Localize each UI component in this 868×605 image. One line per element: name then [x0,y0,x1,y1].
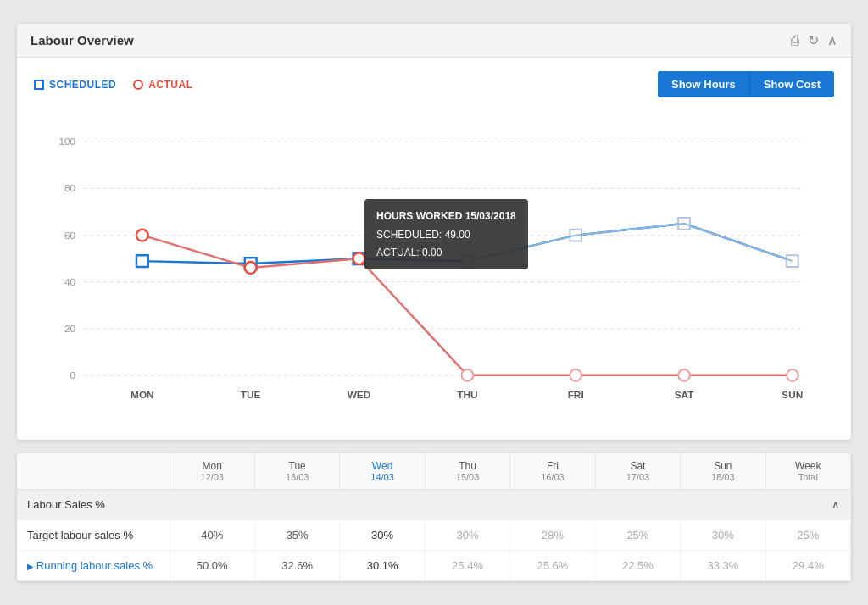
scheduled-label: SCHEDULED [49,79,116,91]
table-card: Mon12/03 Tue13/03 Wed14/03 Thu15/03 Fri1… [17,453,851,581]
svg-point-30 [570,369,581,381]
svg-point-28 [353,253,365,264]
section-collapse-icon[interactable]: ∧ [832,498,840,511]
row-label-target: Target labour sales % [17,520,170,551]
col-header-fri: Fri16/03 [510,453,595,490]
legend-scheduled: SCHEDULED [34,79,116,91]
collapse-icon[interactable]: ∧ [827,32,837,48]
running-label[interactable]: Running labour sales % [27,559,153,572]
actual-icon [133,80,143,90]
print-icon[interactable]: ⎙ [791,33,799,48]
svg-text:80: 80 [64,183,76,195]
show-hours-button[interactable]: Show Hours [658,71,750,97]
target-mon: 40% [170,520,254,551]
col-header-sun: Sun18/03 [681,453,765,490]
running-wed: 30.1% [340,551,425,581]
running-sun: 33.3% [681,551,765,581]
target-total: 25% [765,520,850,551]
show-toggle-group: Show Hours Show Cost [658,71,834,97]
col-header-mon: Mon12/03 [170,453,254,490]
svg-text:SAT: SAT [675,389,695,401]
target-thu: 30% [425,520,509,551]
svg-text:20: 20 [64,323,76,335]
col-header-sat: Sat17/03 [595,453,680,490]
running-thu: 25.4% [425,551,509,581]
svg-text:60: 60 [64,230,76,241]
svg-point-31 [678,369,690,381]
svg-text:100: 100 [58,136,75,147]
col-header-wed: Wed14/03 [340,453,425,490]
svg-point-26 [136,230,148,241]
main-container: Labour Overview ⎙ ↻ ∧ SCHEDULED ACTUAL [17,24,851,581]
svg-point-29 [461,369,473,381]
show-cost-button[interactable]: Show Cost [750,71,834,97]
svg-text:MON: MON [131,389,154,401]
header-icons: ⎙ ↻ ∧ [791,32,837,48]
svg-point-27 [245,262,257,274]
card-header: Labour Overview ⎙ ↻ ∧ [17,24,851,58]
actual-label: ACTUAL [148,79,192,91]
target-sat: 25% [595,520,680,551]
running-sat: 22.5% [595,551,680,581]
chart-card: Labour Overview ⎙ ↻ ∧ SCHEDULED ACTUAL [17,24,851,440]
legend-buttons-row: SCHEDULED ACTUAL Show Hours Show Cost [34,71,834,97]
section-header-row: Labour Sales % ∧ [17,490,851,520]
section-header-cell: Labour Sales % ∧ [17,490,851,520]
running-tue: 32.6% [254,551,339,581]
row-label-running: Running labour sales % [17,551,170,581]
running-fri: 25.6% [510,551,595,581]
svg-text:40: 40 [64,276,76,288]
target-wed: 30% [340,520,425,551]
table-row: Target labour sales % 40% 35% 30% 30% 28… [17,520,851,551]
chart-wrapper: 100 80 60 40 20 0 MON TUE WED THU FRI SA… [34,106,834,431]
scheduled-icon [34,80,44,90]
col-header-total: WeekTotal [765,453,850,490]
legend-actual: ACTUAL [133,79,192,91]
svg-text:FRI: FRI [568,389,584,401]
col-header-label [17,453,170,490]
svg-text:THU: THU [457,389,477,401]
section-label: Labour Sales % [27,498,105,511]
data-table: Mon12/03 Tue13/03 Wed14/03 Thu15/03 Fri1… [17,453,851,581]
chart-section: SCHEDULED ACTUAL Show Hours Show Cost [17,58,851,440]
svg-rect-19 [136,255,148,267]
target-tue: 35% [254,520,339,551]
table-header-row: Mon12/03 Tue13/03 Wed14/03 Thu15/03 Fri1… [17,453,851,490]
running-mon: 50.0% [170,551,254,581]
svg-text:TUE: TUE [241,389,261,401]
refresh-icon[interactable]: ↻ [808,32,819,48]
running-total: 29.4% [765,551,850,581]
col-header-tue: Tue13/03 [254,453,339,490]
target-fri: 28% [510,520,595,551]
svg-rect-25 [787,255,798,267]
table-row: Running labour sales % 50.0% 32.6% 30.1%… [17,551,851,581]
svg-text:SUN: SUN [782,389,803,401]
svg-text:WED: WED [348,389,371,401]
svg-text:0: 0 [70,369,76,381]
card-title: Labour Overview [31,33,134,47]
chart-legend: SCHEDULED ACTUAL [34,79,193,91]
col-header-thu: Thu15/03 [425,453,509,490]
svg-point-32 [787,369,798,381]
line-chart: 100 80 60 40 20 0 MON TUE WED THU FRI SA… [34,106,834,428]
target-sun: 30% [681,520,765,551]
